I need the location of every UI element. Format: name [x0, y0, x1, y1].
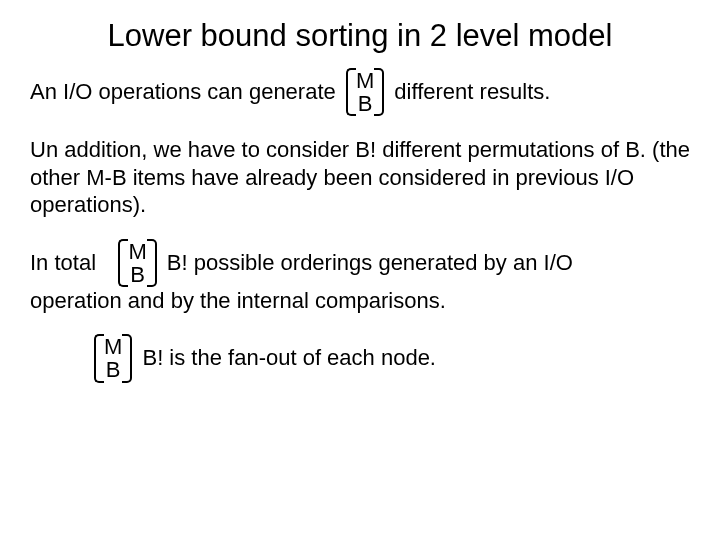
binom-bot: B — [128, 263, 146, 286]
slide: Lower bound sorting in 2 level model An … — [0, 0, 720, 540]
p3-text-c: operation and by the internal comparison… — [30, 287, 690, 315]
p3-text-b: B! possible orderings generated by an I/… — [167, 250, 573, 275]
p3-text-a: In total — [30, 250, 96, 275]
paragraph-2: Un addition, we have to consider B! diff… — [30, 136, 690, 219]
binom-top: M — [356, 69, 374, 92]
paragraph-3: In total M B B! possible orderings gener… — [30, 239, 690, 315]
p1-text-b: different results. — [394, 79, 550, 104]
binomial-icon: M B — [94, 334, 132, 382]
paragraph-1: An I/O operations can generate M B diffe… — [30, 68, 690, 116]
paragraph-4: M B B! is the fan-out of each node. — [30, 334, 690, 382]
binom-bot: B — [356, 92, 374, 115]
binom-top: M — [128, 240, 146, 263]
binom-bot: B — [104, 358, 122, 381]
p4-text: B! is the fan-out of each node. — [142, 346, 436, 371]
slide-body: An I/O operations can generate M B diffe… — [30, 68, 690, 383]
p1-text-a: An I/O operations can generate — [30, 79, 336, 104]
binom-top: M — [104, 335, 122, 358]
binomial-icon: M B — [346, 68, 384, 116]
binomial-icon: M B — [118, 239, 156, 287]
slide-title: Lower bound sorting in 2 level model — [30, 18, 690, 54]
